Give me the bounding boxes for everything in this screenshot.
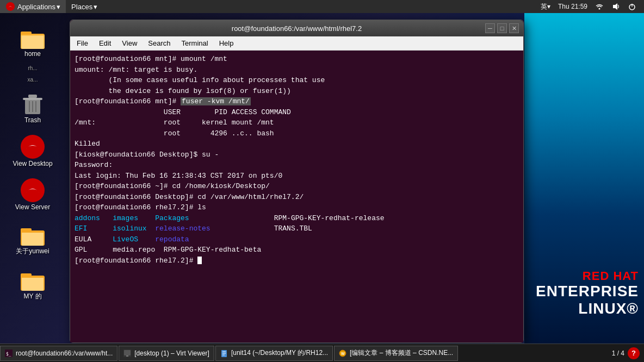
menu-view[interactable]: View [117, 38, 141, 48]
terminal-line-7: /mnt: root kernel mount /mnt [75, 117, 519, 128]
menu-help[interactable]: Help [215, 38, 238, 48]
my-de-folder-icon [20, 266, 46, 292]
menu-terminal[interactable]: Terminal [177, 38, 213, 48]
taskbar-item-terminal[interactable]: $_ root@foundation66:/var/www/ht... [0, 346, 117, 361]
help-icon: ? [631, 349, 636, 357]
svg-rect-22 [21, 273, 32, 278]
yunwei-icon-label: 关于yunwei [16, 247, 49, 256]
svg-point-2 [599, 8, 600, 10]
desktop-icon-home[interactable]: home [8, 22, 57, 60]
terminal-content[interactable]: [root@foundation66 mnt]# umount /mnt umo… [70, 51, 523, 342]
my-de-icon-label: MY 的 [23, 292, 41, 301]
desktop-icons: home rh... xa... Trash View Desktop [0, 16, 65, 309]
close-button[interactable]: ✕ [509, 23, 519, 33]
home-folder-icon [20, 24, 46, 50]
terminal-line-9: Killed [75, 139, 519, 149]
terminal-line-8: root 4296 ..c.. bash [75, 128, 519, 139]
page-indicator: 1 / 4 [612, 349, 624, 357]
taskbar-item-virt-viewer[interactable]: [desktop (1) – Virt Viewer] [119, 346, 214, 361]
svg-text:W: W [341, 352, 345, 355]
taskbar-virt-label: [desktop (1) – Virt Viewer] [134, 349, 209, 357]
desktop-icon-view-server[interactable]: View Server [8, 175, 57, 213]
svg-point-18 [26, 189, 39, 196]
power-svg [628, 2, 636, 11]
taskbar: $_ root@foundation66:/var/www/ht... [des… [0, 344, 644, 362]
browser-icon: W [339, 349, 346, 357]
svg-rect-11 [28, 95, 37, 98]
taskbar-csdn-label: [编辑文章 – 博客频道 – CSDN.NE... [350, 348, 453, 358]
redhat-logo-line2: ENTERPRISE [536, 283, 639, 300]
menu-search[interactable]: Search [144, 38, 175, 48]
view-server-label: View Server [15, 203, 50, 211]
right-decoration: RED HAT ENTERPRISE LINUX® [524, 13, 644, 350]
terminal-line-16: addons images Packages RPM-GPG-KEY-redha… [75, 213, 519, 224]
wifi-svg [595, 2, 604, 11]
svg-rect-20 [21, 228, 32, 233]
terminal-window: root@foundation66:/var/www/html/rhel7.2 … [70, 20, 524, 343]
svg-rect-26 [124, 350, 131, 355]
virt-viewer-icon [123, 349, 131, 357]
trash-icon-label: Trash [24, 116, 41, 124]
language-indicator[interactable]: 英 ▾ [537, 0, 554, 13]
terminal-line-3: (In some cases useful info about process… [75, 75, 519, 86]
applications-menu[interactable]: Applications ▾ [0, 0, 66, 13]
top-panel: Applications ▾ Places ▾ 英 ▾ Thu 21:59 [0, 0, 644, 13]
terminal-taskbar-icon: $_ [5, 349, 13, 357]
taskbar-terminal-label: root@foundation66:/var/www/ht... [16, 349, 113, 357]
volume-icon[interactable] [608, 0, 623, 13]
terminal-line-19: GPL media.repo RPM-GPG-KEY-redhat-beta [75, 245, 519, 255]
places-menu[interactable]: Places ▾ [66, 0, 103, 13]
taskbar-left: $_ root@foundation66:/var/www/ht... [des… [0, 346, 608, 361]
taskbar-item-rh12[interactable]: [unit14 (~/Desktop/MY 的/RH12... [215, 346, 333, 361]
svg-rect-27 [126, 355, 128, 357]
desktop-icon-trash[interactable]: Trash [8, 88, 57, 126]
terminal-line-18: EULA LiveOS repodata [75, 234, 519, 245]
trash-icon [20, 90, 46, 116]
svg-point-16 [26, 146, 39, 152]
panel-left: Applications ▾ Places ▾ [0, 0, 103, 13]
desktop-icon-about-yunwei[interactable]: 关于yunwei [8, 219, 57, 258]
file-icon [220, 349, 228, 357]
svg-rect-10 [23, 98, 42, 100]
terminal-line-2: umount: /mnt: target is busy. [75, 65, 519, 76]
terminal-line-13: [root@foundation66 ~]# cd /home/kiosk/De… [75, 181, 519, 192]
maximize-button[interactable]: □ [497, 23, 507, 33]
taskbar-item-csdn[interactable]: W [编辑文章 – 博客频道 – CSDN.NE... [334, 346, 458, 361]
terminal-line-5: [root@foundation66 mnt]# fuser -kvm /mnt… [75, 96, 519, 107]
terminal-line-6: USER PID ACCESS COMMAND [75, 107, 519, 118]
menu-edit[interactable]: Edit [95, 38, 115, 48]
help-button[interactable]: ? [628, 347, 640, 359]
taskbar-right: 1 / 4 ? [608, 347, 644, 359]
view-server-icon [20, 177, 46, 203]
redhat-logo: RED HAT ENTERPRISE LINUX® [536, 269, 639, 317]
desktop: Applications ▾ Places ▾ 英 ▾ Thu 21:59 [0, 0, 644, 362]
rh-label: rh... [28, 65, 37, 71]
titlebar-buttons: ─ □ ✕ [485, 23, 519, 33]
volume-svg [611, 2, 620, 11]
desktop-icon-my-de[interactable]: MY 的 [8, 264, 57, 303]
terminal-line-10: [kiosk@foundation66 Desktop]$ su - [75, 149, 519, 160]
redhat-icon [5, 2, 15, 11]
svg-marker-3 [613, 3, 617, 10]
desktop-icon-view-desktop[interactable]: View Desktop [8, 132, 57, 170]
svg-text:$_: $_ [6, 352, 11, 357]
view-desktop-icon [20, 134, 46, 160]
terminal-line-14: [root@foundation66 Desktop]# cd /var/www… [75, 192, 519, 203]
terminal-line-17: EFI isolinux release-notes TRANS.TBL [75, 223, 519, 234]
clock[interactable]: Thu 21:59 [555, 0, 591, 13]
terminal-line-20: [root@foundation66 rhel7.2]# [75, 255, 519, 266]
wifi-icon[interactable] [592, 0, 607, 13]
terminal-titlebar: root@foundation66:/var/www/html/rhel7.2 … [70, 20, 523, 36]
redhat-logo-line1: RED HAT [536, 269, 639, 283]
minimize-button[interactable]: ─ [485, 23, 495, 33]
terminal-menubar: File Edit View Search Terminal Help [70, 36, 523, 51]
terminal-line-12: Last login: Thu Feb 16 21:38:43 CST 2017… [75, 171, 519, 182]
terminal-line-1: [root@foundation66 mnt]# umount /mnt [75, 54, 519, 65]
power-icon[interactable] [624, 0, 640, 13]
home-icon-label: home [24, 50, 41, 58]
redhat-logo-line3: LINUX® [536, 300, 639, 317]
svg-point-1 [8, 7, 13, 9]
menu-file[interactable]: File [72, 38, 92, 48]
taskbar-rh12-label: [unit14 (~/Desktop/MY 的/RH12... [231, 348, 328, 358]
terminal-line-11: Password: [75, 160, 519, 171]
